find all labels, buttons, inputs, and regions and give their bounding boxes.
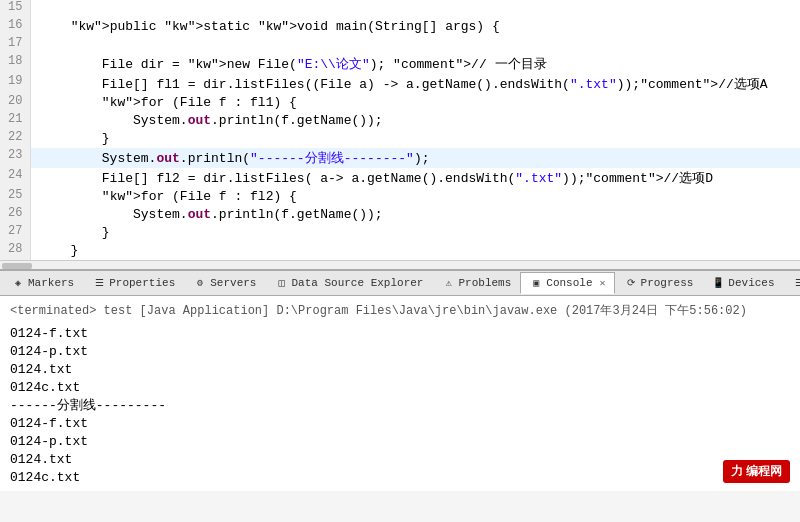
markers-icon: ◈ [11, 276, 25, 290]
code-content: } [31, 224, 800, 242]
console-line: 0124.txt [10, 451, 790, 469]
line-number: 22 [0, 130, 31, 148]
tab-item-progress[interactable]: ⟳Progress [615, 272, 703, 294]
tab-label-console: Console [546, 277, 592, 289]
console-line: 0124c.txt [10, 379, 790, 397]
console-line: 0124-p.txt [10, 433, 790, 451]
line-number: 24 [0, 168, 31, 188]
code-content: System.out.println(f.getName()); [31, 112, 800, 130]
horizontal-scrollbar[interactable] [0, 260, 800, 270]
tab-item-markers[interactable]: ◈Markers [2, 272, 83, 294]
line-number: 20 [0, 94, 31, 112]
line-number: 26 [0, 206, 31, 224]
line-number: 23 [0, 148, 31, 168]
code-row: 26 System.out.println(f.getName()); [0, 206, 800, 224]
code-content: File[] fl1 = dir.listFiles((File a) -> a… [31, 74, 800, 94]
console-output: 0124-f.txt0124-p.txt0124.txt0124c.txt---… [10, 325, 790, 487]
tab-label-servers: Servers [210, 277, 256, 289]
branding-badge: 力 编程网 [723, 460, 790, 483]
tab-item-devices[interactable]: 📱Devices [702, 272, 783, 294]
code-row: 20 "kw">for (File f : fl1) { [0, 94, 800, 112]
problems-icon: ⚠ [441, 276, 455, 290]
line-number: 28 [0, 242, 31, 260]
code-content: "kw">public "kw">static "kw">void main(S… [31, 18, 800, 36]
editor-container: 15 16 "kw">public "kw">static "kw">void … [0, 0, 800, 491]
code-row: 18 File dir = "kw">new File("E:\\论文"); "… [0, 54, 800, 74]
console-area: <terminated> test [Java Application] D:\… [0, 296, 800, 491]
line-number: 19 [0, 74, 31, 94]
console-line: 0124-f.txt [10, 325, 790, 343]
console-line: 0124-f.txt [10, 415, 790, 433]
line-number: 17 [0, 36, 31, 54]
code-row: 24 File[] fl2 = dir.listFiles( a-> a.get… [0, 168, 800, 188]
code-content: File[] fl2 = dir.listFiles( a-> a.getNam… [31, 168, 800, 188]
console-header: <terminated> test [Java Application] D:\… [10, 302, 790, 319]
console-line: 0124.txt [10, 361, 790, 379]
tab-item-console[interactable]: ▣Console✕ [520, 272, 614, 294]
tab-label-datasource: Data Source Explorer [291, 277, 423, 289]
code-content: System.out.println(f.getName()); [31, 206, 800, 224]
servers-icon: ⚙ [193, 276, 207, 290]
code-table: 15 16 "kw">public "kw">static "kw">void … [0, 0, 800, 260]
line-number: 16 [0, 18, 31, 36]
datasource-icon: ◫ [274, 276, 288, 290]
line-number: 15 [0, 0, 31, 18]
code-row: 19 File[] fl1 = dir.listFiles((File a) -… [0, 74, 800, 94]
branding-text: 编程网 [746, 464, 782, 478]
line-number: 25 [0, 188, 31, 206]
console-icon: ▣ [529, 276, 543, 290]
tab-item-problems[interactable]: ⚠Problems [432, 272, 520, 294]
code-content [31, 0, 800, 18]
tab-label-markers: Markers [28, 277, 74, 289]
code-content: } [31, 130, 800, 148]
scrollbar-thumb[interactable] [2, 263, 32, 269]
code-row: 21 System.out.println(f.getName()); [0, 112, 800, 130]
progress-icon: ⟳ [624, 276, 638, 290]
branding-icon: 力 [731, 464, 743, 478]
line-number: 18 [0, 54, 31, 74]
tab-item-properties[interactable]: ☰Properties [83, 272, 184, 294]
code-row: 25 "kw">for (File f : fl2) { [0, 188, 800, 206]
console-line: 0124-p.txt [10, 343, 790, 361]
tab-item-datasource[interactable]: ◫Data Source Explorer [265, 272, 432, 294]
tab-item-logcat[interactable]: ☰LogCat [784, 272, 800, 294]
code-content: "kw">for (File f : fl1) { [31, 94, 800, 112]
tab-label-devices: Devices [728, 277, 774, 289]
code-row: 23 System.out.println("------分割线--------… [0, 148, 800, 168]
code-content: File dir = "kw">new File("E:\\论文"); "com… [31, 54, 800, 74]
code-content: System.out.println("------分割线--------"); [31, 148, 800, 168]
logcat-icon: ☰ [793, 276, 800, 290]
console-line: ------分割线--------- [10, 397, 790, 415]
code-content: } [31, 242, 800, 260]
line-number: 21 [0, 112, 31, 130]
code-row: 15 [0, 0, 800, 18]
code-row: 17 [0, 36, 800, 54]
code-row: 16 "kw">public "kw">static "kw">void mai… [0, 18, 800, 36]
code-content [31, 36, 800, 54]
code-row: 27 } [0, 224, 800, 242]
code-row: 22 } [0, 130, 800, 148]
tab-item-servers[interactable]: ⚙Servers [184, 272, 265, 294]
code-row: 28 } [0, 242, 800, 260]
tab-close-console[interactable]: ✕ [600, 277, 606, 289]
tabs-bar: ◈Markers☰Properties⚙Servers◫Data Source … [0, 270, 800, 296]
devices-icon: 📱 [711, 276, 725, 290]
properties-icon: ☰ [92, 276, 106, 290]
line-number: 27 [0, 224, 31, 242]
code-content: "kw">for (File f : fl2) { [31, 188, 800, 206]
tab-label-progress: Progress [641, 277, 694, 289]
tab-label-problems: Problems [458, 277, 511, 289]
tab-label-properties: Properties [109, 277, 175, 289]
console-line: 0124c.txt [10, 469, 790, 487]
code-editor[interactable]: 15 16 "kw">public "kw">static "kw">void … [0, 0, 800, 270]
